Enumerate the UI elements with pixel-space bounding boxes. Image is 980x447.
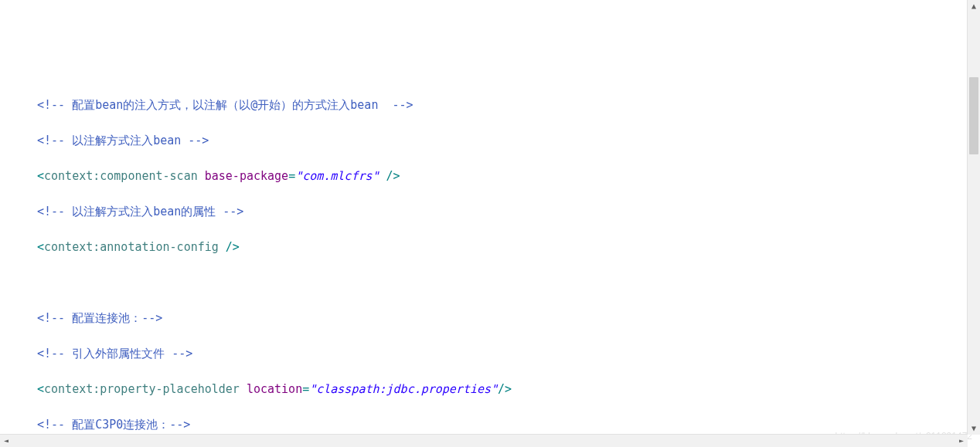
scroll-right-icon[interactable]: ► <box>958 437 965 445</box>
scroll-left-icon[interactable]: ◄ <box>2 437 10 445</box>
scroll-down-icon[interactable]: ▼ <box>970 425 978 432</box>
code-line: <context:component-scan base-package="co… <box>37 168 980 185</box>
scroll-thumb[interactable] <box>969 77 978 154</box>
horizontal-scrollbar[interactable]: ◄ ► <box>0 434 968 447</box>
code-line: <!-- 以注解方式注入bean的属性 --> <box>37 203 980 221</box>
code-line: <context:property-placeholder location="… <box>37 381 980 398</box>
code-block: <!-- 配置bean的注入方式，以注解（以@开始）的方式注入bean --> … <box>37 79 980 447</box>
code-line: <!-- 配置bean的注入方式，以注解（以@开始）的方式注入bean --> <box>37 97 980 114</box>
code-line: <context:annotation-config /> <box>37 239 980 256</box>
code-line: <!-- 配置C3P0连接池：--> <box>37 416 980 434</box>
scroll-up-icon[interactable]: ▲ <box>970 2 978 10</box>
code-line <box>37 274 980 292</box>
vertical-scrollbar[interactable]: ▲ ▼ <box>967 0 980 435</box>
code-line: <!-- 配置连接池：--> <box>37 310 980 327</box>
code-line: <!-- 引入外部属性文件 --> <box>37 345 980 363</box>
code-line: <!-- 以注解方式注入bean --> <box>37 132 980 150</box>
